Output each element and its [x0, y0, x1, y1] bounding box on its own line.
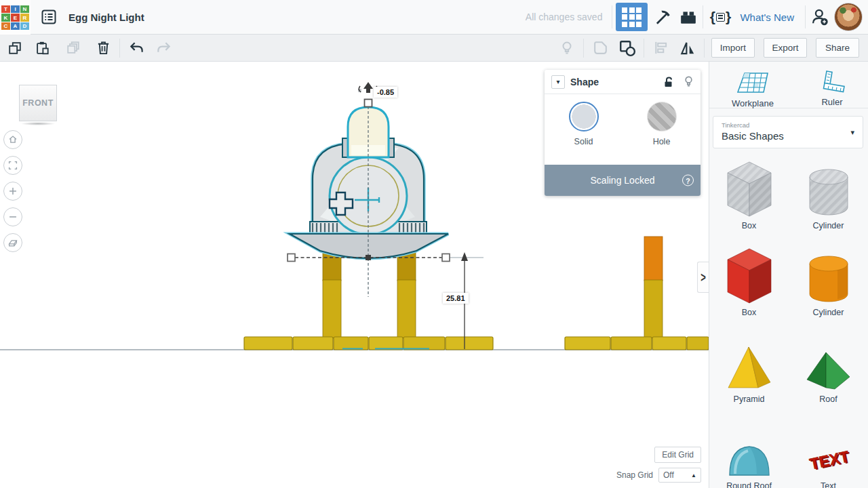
fit-view-button[interactable]	[3, 156, 22, 175]
base-plates-model[interactable]	[244, 337, 709, 350]
copy-icon	[7, 41, 22, 56]
redo-button[interactable]	[150, 36, 177, 60]
ruler-handle-left[interactable]	[288, 254, 295, 262]
minus-icon	[7, 211, 19, 223]
hole-label: Hole	[653, 137, 671, 146]
solid-label: Solid	[574, 137, 593, 146]
view-cube[interactable]: FRONT	[19, 85, 57, 121]
shape-library-dropdown[interactable]: Tinkercad Basic Shapes ▾	[713, 116, 863, 148]
ruler-icon	[818, 70, 846, 94]
ruler-label: Ruler	[821, 97, 842, 107]
design-canvas[interactable]: -0.85 25.81 FRONT	[0, 62, 709, 488]
invite-collaborator-button[interactable]	[807, 4, 833, 30]
library-name: Basic Shapes	[722, 130, 854, 142]
shape-item-cylinder[interactable]: Cylinder	[789, 245, 868, 317]
align-button[interactable]	[647, 36, 674, 60]
paste-icon	[35, 41, 50, 56]
snap-grid-select[interactable]: Off ▲	[658, 468, 701, 483]
import-button[interactable]: Import	[711, 38, 755, 58]
edit-toolbar-right: Import Export Share	[553, 36, 868, 60]
ruler-tool[interactable]: Ruler	[818, 70, 846, 107]
shape-item-pyramid[interactable]: Pyramid	[709, 331, 789, 404]
workplane-tool[interactable]: Workplane	[732, 70, 774, 108]
scaling-locked-label: Scaling Locked	[591, 175, 655, 186]
hole-option[interactable]: Hole	[647, 102, 677, 146]
viewcube-shadow	[20, 122, 56, 125]
shape-item-box[interactable]: Box	[709, 245, 789, 317]
user-avatar[interactable]	[834, 3, 863, 31]
view-nav-column	[3, 130, 22, 252]
group-button[interactable]	[587, 36, 614, 60]
unlock-icon[interactable]	[663, 76, 674, 87]
scale-handle-top[interactable]	[365, 100, 372, 107]
zoom-out-button[interactable]	[3, 207, 22, 226]
fit-view-icon	[7, 159, 19, 171]
rotation-readout[interactable]: -0.85	[374, 87, 397, 98]
trash-icon	[96, 40, 111, 56]
solid-swatch[interactable]	[569, 102, 599, 131]
help-icon[interactable]: ?	[682, 175, 694, 186]
paste-button[interactable]	[28, 36, 56, 60]
shape-label: Pyramid	[734, 394, 765, 404]
shape-item-hole-box[interactable]: Box	[709, 158, 789, 230]
mirror-button[interactable]	[674, 36, 701, 60]
edit-grid-button[interactable]: Edit Grid	[654, 447, 701, 463]
separator	[583, 39, 584, 58]
brick-export-button[interactable]	[675, 4, 701, 30]
show-all-button[interactable]	[553, 36, 580, 60]
shape-item-round-roof[interactable]: Round Roof	[709, 418, 789, 488]
ungroup-button[interactable]	[614, 36, 641, 60]
separator	[612, 5, 612, 28]
whats-new-link[interactable]: What's New	[740, 12, 794, 23]
lightbulb-icon	[559, 40, 575, 56]
spare-column-model[interactable]	[644, 237, 663, 338]
collapse-sidebar-button[interactable]: >	[697, 262, 709, 293]
design-properties-button[interactable]	[36, 4, 62, 30]
share-button[interactable]: Share	[816, 38, 859, 58]
shape-item-text[interactable]: TEXT TEXT Text	[789, 418, 868, 488]
logo-tile: K	[1, 14, 10, 22]
undo-button[interactable]	[123, 36, 150, 60]
egg-night-light-model[interactable]	[290, 107, 448, 338]
shape-panel-body: Solid Hole	[545, 94, 701, 165]
top-bar-right: All changes saved	[526, 0, 868, 34]
perspective-toggle-button[interactable]	[3, 233, 22, 252]
minecraft-export-button[interactable]	[650, 4, 675, 30]
shape-label: Cylinder	[813, 221, 844, 230]
zoom-in-button[interactable]	[3, 182, 22, 201]
shape-label: Text	[821, 481, 836, 488]
logo-tile: R	[20, 14, 29, 22]
shape-inspector-panel: ▾ Shape Solid	[545, 70, 701, 196]
add-person-icon	[810, 7, 829, 26]
align-icon	[653, 40, 669, 56]
hole-box-thumbnail	[726, 158, 773, 218]
visibility-bulb-icon[interactable]	[684, 75, 694, 89]
collapse-panel-button[interactable]: ▾	[551, 75, 565, 89]
copy-button[interactable]	[1, 36, 28, 60]
code-braces-icon: {}	[710, 9, 731, 25]
caret-up-icon: ▲	[691, 472, 696, 479]
delete-button[interactable]	[90, 36, 117, 60]
distance-readout[interactable]: 25.81	[443, 293, 469, 304]
separator	[119, 39, 120, 58]
ruler-handle-right[interactable]	[442, 254, 450, 262]
dashboard-grid-button[interactable]	[616, 3, 648, 31]
logo-tile: D	[20, 22, 29, 30]
hole-swatch[interactable]	[647, 102, 677, 131]
tinkercad-logo[interactable]: T I N K E R C A D	[0, 0, 31, 35]
export-button[interactable]: Export	[764, 38, 807, 58]
shape-item-roof[interactable]: Roof	[789, 331, 868, 404]
duplicate-icon	[66, 41, 81, 56]
shape-panel-title: Shape	[570, 77, 599, 87]
chevron-down-icon: ▾	[850, 128, 854, 137]
home-icon	[7, 134, 19, 146]
shape-item-hole-cylinder[interactable]: Cylinder	[789, 158, 868, 230]
group-icon	[592, 39, 609, 56]
duplicate-button[interactable]	[60, 36, 87, 60]
codeblocks-button[interactable]: {}	[705, 4, 736, 30]
solid-option[interactable]: Solid	[569, 102, 599, 146]
roof-thumbnail	[805, 331, 852, 391]
svg-text:TEXT: TEXT	[808, 447, 850, 473]
hole-cylinder-thumbnail	[808, 158, 850, 218]
home-view-button[interactable]	[3, 130, 22, 149]
